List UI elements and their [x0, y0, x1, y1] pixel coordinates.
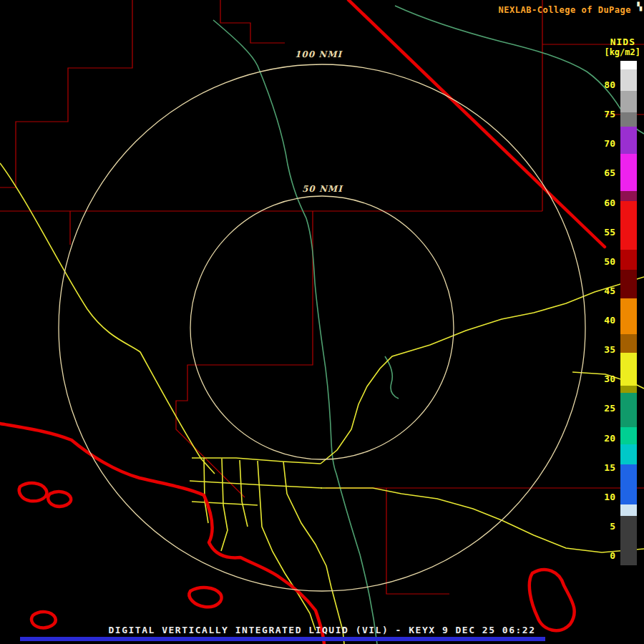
colorbar-tick-label: 35 [595, 344, 615, 355]
colorbar-segments [620, 61, 637, 565]
island-outline [189, 587, 221, 607]
colorbar-tick-label: 40 [595, 315, 615, 326]
colorbar-tick-label: 45 [595, 286, 615, 296]
colorbar-tick-label: 65 [595, 167, 615, 178]
colorbar-segment [620, 61, 637, 69]
colorbar-segment [620, 504, 637, 516]
product-title: DIGITAL VERTICALLY INTEGRATED LIQUID (VI… [0, 625, 644, 635]
colorbar-segment [620, 112, 637, 127]
colorbar-segment [620, 444, 637, 464]
river-lines [213, 6, 644, 644]
colorbar-segment [620, 127, 637, 154]
highway-lines [0, 163, 644, 644]
colorbar-segment [620, 91, 637, 112]
range-ring-label-50nmi: 50 NMI [299, 184, 346, 194]
boundary-path [220, 0, 285, 43]
colorbar-segment [620, 201, 637, 250]
colorbar-segment [620, 334, 637, 353]
corner-logo-icon: ▚ [637, 2, 642, 11]
colorbar-ticks: 80757065605550454035302520151050 [595, 0, 615, 644]
colorbar-segment [620, 393, 637, 427]
boundary-path [0, 0, 132, 187]
road-path [192, 458, 321, 464]
radar-map [0, 0, 644, 644]
range-rings [59, 64, 585, 591]
colorbar-tick-label: 70 [595, 138, 615, 149]
colorbar-segment [620, 427, 637, 444]
colorbar-tick-label: 80 [595, 79, 615, 90]
road-path [204, 458, 208, 523]
road-path [221, 459, 228, 551]
island-outline [530, 570, 575, 630]
colorbar-tick-label: 60 [595, 197, 615, 208]
colorbar-segment [620, 353, 637, 386]
road-path [192, 502, 258, 505]
state-line-and-coastline [0, 0, 605, 644]
colorbar-segment [620, 250, 637, 270]
radar-display: 100 NMI 50 NMI NEXLAB-College of DuPage … [0, 0, 644, 644]
colorbar-tick-label: 50 [595, 256, 615, 267]
colorbar-tick-label: 75 [595, 109, 615, 119]
colorbar-tick-label: 5 [595, 521, 615, 532]
colorbar-segment [620, 270, 637, 298]
colorbar-segment [620, 69, 637, 91]
colorbar-segment [620, 386, 637, 393]
road-path [283, 462, 344, 644]
footer-underline [20, 637, 545, 641]
state-line-path [348, 0, 605, 247]
colorbar-tick-label: 0 [595, 550, 615, 561]
range-ring-label-100nmi: 100 NMI [292, 49, 345, 59]
colorbar-tick-label: 30 [595, 374, 615, 384]
colorbar-tick-label: 15 [595, 462, 615, 473]
boundary-path [386, 488, 449, 594]
colorbar-segment [620, 191, 637, 201]
colorbar-segment [620, 516, 637, 565]
colorbar-tick-label: 55 [595, 227, 615, 238]
road-path [190, 481, 322, 488]
road-path [0, 163, 215, 474]
colorbar-tick-label: 25 [595, 403, 615, 414]
colorbar-tick-label: 20 [595, 433, 615, 444]
county-boundary-lines [0, 0, 644, 594]
river-path [213, 20, 377, 644]
colorbar-segment [620, 464, 637, 504]
colorbar-tick-label: 10 [595, 492, 615, 502]
road-path [240, 460, 248, 527]
island-outline [48, 492, 71, 507]
range-ring-50nmi [190, 196, 454, 459]
range-ring-100nmi [59, 64, 585, 591]
colorbar-segment [620, 298, 637, 334]
island-outline [19, 483, 47, 501]
colorbar-segment [620, 154, 637, 191]
boundary-path [176, 211, 313, 497]
river-path [385, 356, 399, 399]
